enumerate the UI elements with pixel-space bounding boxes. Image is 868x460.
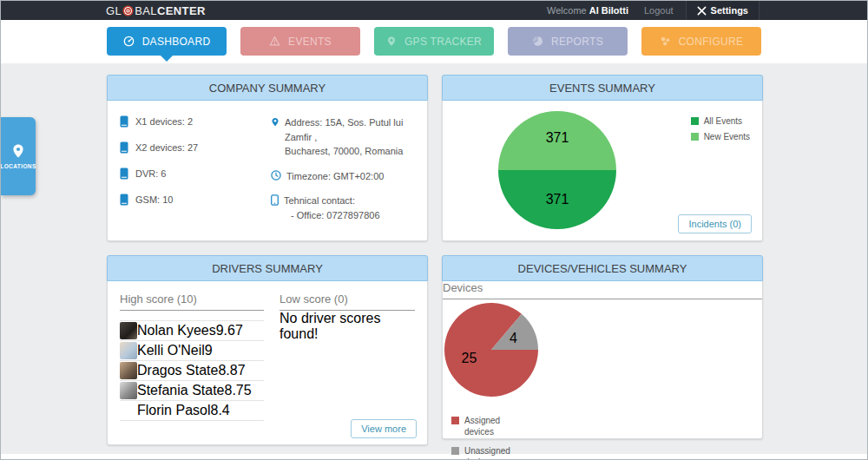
welcome-text: WelcomeAl Bilotti [547,5,628,16]
legend-item: All Events [691,116,750,126]
driver-avatar [120,342,137,359]
tab-events[interactable]: EVENTS [240,27,360,56]
drivers-summary-card: DRIVERS SUMMARY High score (10) Nolan Ky… [107,255,428,445]
legend-label: New Events [704,132,750,141]
driver-row: Kelli O'Neil9 [120,341,264,361]
header-right: WelcomeAl Bilotti Logout Settings [547,1,760,20]
locations-side-tab[interactable]: LOCATIONS [1,117,36,195]
contact-line: Tehnical contact:- Office: 0727897806 [271,194,415,222]
dashboard-screen: GL BALCENTER WelcomeAl Bilotti Logout Se… [0,0,868,460]
driver-score: 9.67 [216,323,243,338]
timezone-line: Timezone: GMT+02:00 [271,169,415,184]
tab-label: GPS TRACKER [404,36,482,48]
driver-name: Dragos State [137,363,218,378]
logout-link[interactable]: Logout [644,5,674,16]
address-line: Address: 15A, Sos. Putul lui Zamfir ,Buc… [271,115,415,159]
tab-configure[interactable]: CONFIGURE [641,27,761,56]
tab-label: REPORTS [551,36,603,48]
legend-swatch [451,447,459,455]
list-item: X1 devices: 2 [120,115,248,128]
legend-item: New Events [691,132,750,141]
driver-name: Stefania State [137,383,225,398]
phone-icon [271,194,279,206]
company-summary-card: COMPANY SUMMARY X1 devices: 2 X2 devices… [107,75,428,241]
tab-label: CONFIGURE [679,36,744,48]
legend-swatch [691,133,699,141]
map-pin-icon [271,116,279,128]
driver-score: 8.4 [210,403,229,418]
devices-pie-legend: Assigned devicesUnassigned devices [451,416,519,460]
legend-label: Assigned devices [464,416,519,437]
drivers-summary-body: High score (10) Nolan Kyees9.67Kelli O'N… [108,281,427,447]
main-content: LOCATIONS COMPANY SUMMARY X1 devices: 2 … [1,63,867,454]
brand-text-pre: GL [106,4,122,17]
devices-heading: Devices [443,281,762,299]
legend-label: Unassigned devices [464,446,519,460]
locations-label: LOCATIONS [0,163,36,169]
tab-dashboard[interactable]: DASHBOARD [107,27,227,56]
user-name: Al Bilotti [589,5,628,16]
driver-score: 8.87 [218,363,245,378]
driver-name: Florin Pasol [137,403,210,418]
nav-tabbar: DASHBOARD EVENTS GPS TRACKER [1,20,867,64]
gauge-icon [123,36,135,47]
legend-swatch [691,117,699,125]
no-scores-message: No driver scores found! [279,311,415,342]
driver-avatar [120,362,137,379]
events-summary-body: 371371 All EventsNew Events Incidents (0… [443,101,762,242]
pie-slice-value: 25 [462,351,477,365]
driver-name: Kelli O'Neil [137,343,205,358]
list-item: X2 devices: 27 [120,141,248,154]
pie-slice-value: 4 [510,331,517,345]
devices-column: Devices 254 Assigned devicesUnassigned d… [443,281,762,460]
legend-swatch [451,417,459,424]
legend-item: Unassigned devices [451,446,519,460]
driver-row: Nolan Kyees9.67 [120,321,264,341]
legend-item: Assigned devices [451,416,519,437]
devices-vehicles-body: Devices 254 Assigned devicesUnassigned d… [443,281,762,460]
device-icon [120,141,128,154]
list-item: DVR: 6 [120,168,248,180]
high-score-heading: High score (10) [120,292,264,311]
company-device-list: X1 devices: 2 X2 devices: 27 DVR: 6 GSM:… [120,115,248,222]
brand-text-bold: CENTER [157,4,206,17]
events-pie-chart: 371371 [496,109,618,231]
nav-tabs: DASHBOARD EVENTS GPS TRACKER [107,27,761,56]
drivers-summary-title: DRIVERS SUMMARY [107,255,428,281]
events-summary-card: EVENTS SUMMARY 371371 All EventsNew Even… [442,75,763,241]
device-icon [120,168,128,180]
map-pin-icon [386,36,397,47]
top-header: GL BALCENTER WelcomeAl Bilotti Logout Se… [1,1,867,20]
high-score-column: High score (10) Nolan Kyees9.67Kelli O'N… [120,292,264,447]
brand-logo: GL BALCENTER [106,4,206,17]
tab-label: EVENTS [288,36,332,48]
devices-pie-chart: 254 [443,299,540,400]
events-summary-title: EVENTS SUMMARY [442,75,763,101]
settings-button[interactable]: Settings [686,1,760,20]
bullseye-icon [122,5,134,16]
devices-vehicles-summary-card: DEVICES/VEHICLES SUMMARY Devices 254 Ass… [442,255,763,439]
driver-score-list: Nolan Kyees9.67Kelli O'Neil9Dragos State… [120,320,264,421]
list-item: GSM: 10 [120,194,248,206]
driver-row: Stefania State8.75 [120,381,264,401]
company-summary-body: X1 devices: 2 X2 devices: 27 DVR: 6 GSM:… [108,101,427,222]
pie-slice-value: 371 [546,192,569,207]
view-more-button[interactable]: View more [351,419,417,438]
warning-triangle-icon [269,36,280,47]
tab-reports[interactable]: REPORTS [508,27,628,56]
gears-icon [660,36,671,47]
driver-score: 9 [205,343,213,358]
driver-name: Nolan Kyees [137,323,216,338]
driver-avatar [120,382,137,399]
device-icon [120,194,128,206]
pie-chart-icon [532,36,543,47]
tab-gps-tracker[interactable]: GPS TRACKER [374,27,494,56]
devices-vehicles-title: DEVICES/VEHICLES SUMMARY [442,255,763,281]
device-icon [120,115,128,128]
low-score-heading: Low score (0) [279,292,415,311]
incidents-button[interactable]: Incidents (0) [678,214,752,233]
tab-label: DASHBOARD [142,36,211,48]
devices-pie-row: 254 Assigned devicesUnassigned devices [443,299,762,460]
legend-label: All Events [704,116,742,126]
driver-score: 8.75 [225,383,252,398]
